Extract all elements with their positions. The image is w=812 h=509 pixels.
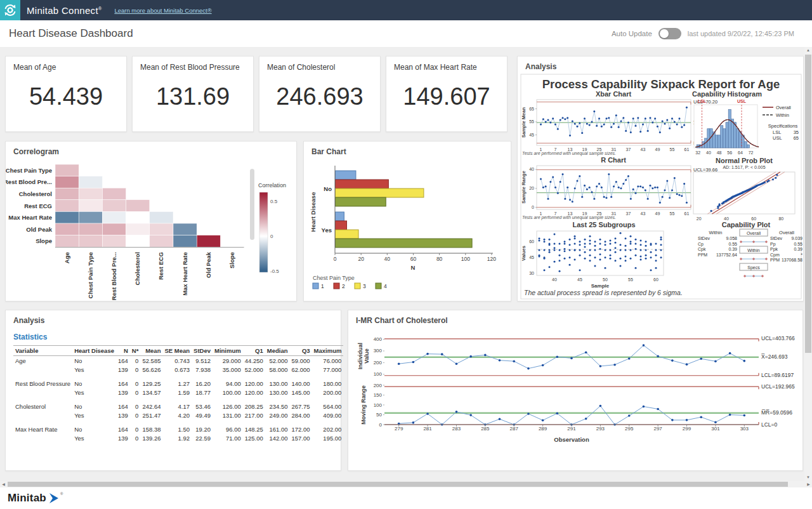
svg-text:Tests are performed with unequ: Tests are performed with unequal sample …: [522, 215, 616, 220]
svg-text:Heart Disease: Heart Disease: [310, 192, 317, 232]
svg-text:37: 37: [626, 147, 631, 152]
svg-text:Moving Range: Moving Range: [360, 385, 367, 425]
svg-text:Overall: Overall: [747, 231, 761, 235]
panel-bar-chart: Bar Chart NoYes020406080100120NHeart Dis…: [303, 141, 511, 301]
scroll-left-arrow[interactable]: ◀: [0, 481, 7, 487]
svg-text:Old Peak: Old Peak: [26, 226, 52, 233]
svg-text:-0.5: -0.5: [270, 268, 279, 274]
stats-col-header: Median: [265, 346, 290, 356]
stats-col-header: StDev: [192, 346, 213, 356]
svg-text:0.39: 0.39: [794, 247, 802, 251]
horizontal-scroll-thumb[interactable]: [8, 482, 788, 487]
svg-text:Rest ECG: Rest ECG: [24, 202, 52, 209]
scroll-right-arrow[interactable]: ▶: [805, 481, 812, 487]
page-footer: Minitab ®: [0, 487, 812, 509]
svg-text:Specs: Specs: [747, 265, 760, 270]
svg-text:Slope: Slope: [228, 252, 235, 268]
svg-text:Within: Within: [776, 112, 789, 118]
statistics-table: VariableHeart DiseaseNN*MeanSE MeanStDev…: [13, 345, 343, 442]
minitab-footer-logo[interactable]: Minitab ®: [8, 492, 63, 505]
svg-text:Old Peak: Old Peak: [205, 251, 212, 277]
svg-text:303: 303: [740, 426, 749, 432]
stats-table-row: Yes1390134.571.5918.77100.00120.00130.00…: [13, 388, 343, 397]
vertical-scroll-thumb[interactable]: [805, 55, 811, 353]
svg-text:50: 50: [376, 412, 382, 418]
svg-text:60: 60: [529, 239, 534, 244]
horizontal-scrollbar[interactable]: ◀ ▶: [0, 481, 812, 487]
scroll-up-arrow[interactable]: ▲: [804, 47, 812, 54]
svg-text:Sample Mean: Sample Mean: [521, 107, 527, 138]
svg-text:Process Capability Sixpack Rep: Process Capability Sixpack Report for Ag…: [542, 77, 780, 91]
panel-analysis-sixpack: Analysis Process Capability Sixpack Repo…: [517, 56, 804, 301]
svg-text:Age: Age: [63, 252, 70, 263]
registered-mark: ®: [98, 6, 102, 11]
last-updated-text: last updated 9/20/22, 12:45:23 PM: [688, 30, 794, 37]
svg-text:Cpk: Cpk: [698, 247, 706, 252]
svg-text:301: 301: [711, 426, 720, 432]
svg-text:Tests are performed with unequ: Tests are performed with unequal sample …: [522, 151, 616, 156]
stats-col-header: Mean: [140, 346, 162, 356]
svg-text:Overall: Overall: [776, 105, 791, 110]
stats-col-header: Heart Disease: [72, 346, 116, 356]
svg-text:LSL: LSL: [773, 129, 781, 135]
vertical-scrollbar[interactable]: ▲ ▼: [804, 47, 812, 481]
svg-text:61: 61: [684, 211, 690, 216]
svg-text:45: 45: [529, 133, 534, 137]
svg-text:56: 56: [727, 150, 732, 155]
svg-text:0: 0: [270, 234, 273, 239]
learn-more-link[interactable]: Learn more about Minitab Connect®: [114, 7, 211, 14]
svg-text:65: 65: [794, 135, 799, 141]
svg-text:150: 150: [374, 392, 383, 398]
svg-text:100: 100: [461, 256, 470, 262]
auto-update-toggle[interactable]: [658, 28, 681, 39]
svg-text:293: 293: [596, 426, 605, 432]
svg-text:Cholesterol: Cholesterol: [19, 190, 52, 197]
svg-text:80: 80: [436, 256, 443, 262]
svg-text:Sample Range: Sample Range: [521, 171, 527, 204]
svg-text:Chest Pain Type: Chest Pain Type: [6, 167, 52, 174]
svg-text:StDev: StDev: [698, 236, 710, 241]
svg-text:300: 300: [374, 348, 383, 354]
svg-text:285: 285: [481, 426, 490, 432]
svg-text:61: 61: [684, 147, 690, 152]
stats-col-header: Q3: [290, 346, 312, 356]
kpi-card-mean-max-hr: Mean of Max Heart Rate 149.607: [386, 56, 508, 132]
svg-text:48: 48: [717, 150, 722, 155]
minitab-connect-logo[interactable]: [0, 0, 20, 20]
svg-text:72: 72: [749, 150, 754, 155]
panel-analysis-statistics: Analysis Statistics VariableHeart Diseas…: [5, 310, 341, 471]
svg-text:Specifications: Specifications: [768, 123, 798, 129]
panel-title: Analysis: [6, 310, 341, 325]
svg-text:80: 80: [778, 216, 783, 221]
stats-table-row: CholesterolNo1640242.644.1753.46126.0020…: [13, 402, 343, 411]
scroll-down-arrow[interactable]: ▼: [804, 474, 812, 481]
svg-text:55: 55: [670, 147, 675, 152]
toggle-knob: [660, 29, 669, 38]
kpi-card-mean-cholesterol: Mean of Cholesterol 246.693: [259, 56, 381, 132]
svg-text:Rest ECG: Rest ECG: [157, 252, 164, 280]
kpi-card-mean-age: Mean of Age 54.439: [5, 56, 127, 132]
svg-text:0.55: 0.55: [728, 242, 737, 246]
panel-title: Correlogram: [6, 142, 296, 156]
svg-text:0: 0: [379, 422, 383, 428]
stats-col-header: Minimum: [213, 346, 243, 356]
svg-text:Slope: Slope: [36, 237, 52, 244]
svg-text:Max Heart Rate: Max Heart Rate: [181, 252, 188, 296]
sixpack-report-chart: Process Capability Sixpack Report for Ag…: [518, 67, 804, 300]
brand-title: Minitab Connect®: [27, 5, 102, 16]
svg-text:200: 200: [374, 383, 383, 388]
svg-text:0: 0: [532, 205, 534, 209]
svg-text:55: 55: [529, 119, 534, 124]
svg-text:Values: Values: [521, 246, 527, 261]
svg-text:PPM: PPM: [698, 253, 707, 257]
svg-text:40: 40: [529, 167, 534, 171]
panel-correlogram: Correlogram Chest Pain TypeRest Blood Pr…: [5, 141, 297, 301]
svg-text:Value: Value: [363, 348, 370, 364]
minitab-chevron-icon: [49, 493, 60, 503]
svg-text:20: 20: [358, 256, 364, 262]
svg-text:0.39: 0.39: [728, 247, 737, 251]
svg-text:9.039: 9.039: [791, 236, 802, 241]
svg-text:40: 40: [724, 216, 729, 221]
kpi-card-mean-rest-bp: Mean of Rest Blood Pressure 131.69: [132, 56, 254, 132]
svg-text:Chest Pain Type: Chest Pain Type: [313, 275, 355, 281]
